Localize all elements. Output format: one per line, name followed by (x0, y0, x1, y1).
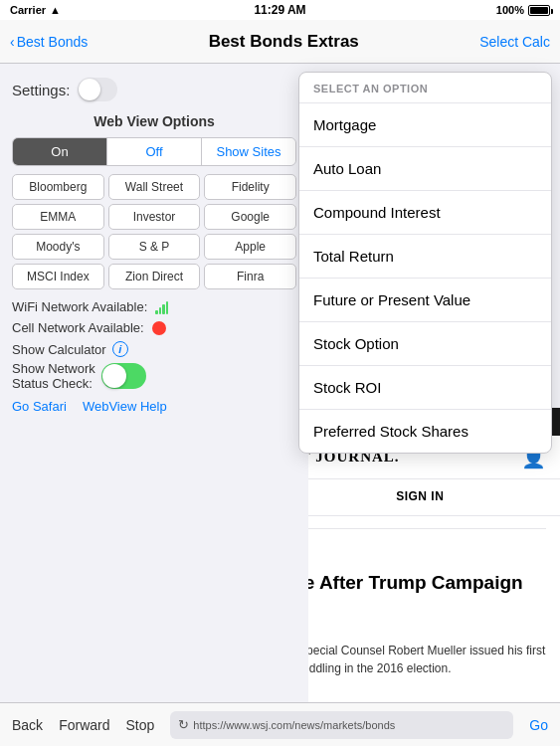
btn-google[interactable]: Google (204, 204, 296, 230)
btn-moodys[interactable]: Moody's (12, 234, 104, 260)
carrier-label: Carrier (10, 4, 46, 16)
cell-status-icon (152, 321, 166, 335)
btn-on[interactable]: On (13, 138, 107, 165)
go-button[interactable]: Go (529, 717, 548, 733)
btn-sp[interactable]: S & P (108, 234, 201, 260)
toggle-knob (79, 79, 100, 100)
btn-off[interactable]: Off (107, 138, 202, 165)
view-mode-group: On Off Show Sites (12, 137, 296, 166)
select-calc-button[interactable]: Select Calc (479, 34, 550, 50)
dropdown-item-future-present[interactable]: Future or Present Value (299, 279, 551, 322)
go-safari-button[interactable]: Go Safari (12, 399, 67, 414)
bottom-bar: Back Forward Stop ↻ https://www.wsj.com/… (0, 702, 560, 746)
btn-emma[interactable]: EMMA (12, 204, 104, 230)
show-network-label: Show NetworkStatus Check: (12, 361, 95, 391)
dropdown-item-stock-roi[interactable]: Stock ROI (299, 366, 551, 410)
webview-help-button[interactable]: WebView Help (83, 399, 167, 414)
status-bar: Carrier ▲ 11:29 AM 100% (0, 0, 560, 20)
reload-icon[interactable]: ↻ (178, 717, 189, 732)
battery-label: 100% (496, 4, 524, 16)
back-nav-button[interactable]: Back (12, 717, 43, 733)
dropdown-item-mortgage[interactable]: Mortgage (299, 103, 551, 147)
status-bar-left: Carrier ▲ (10, 4, 61, 16)
show-calculator-row: Show Calculator i (12, 341, 296, 357)
back-button[interactable]: ‹ Best Bonds (10, 34, 88, 50)
dropdown-item-stock-option[interactable]: Stock Option (299, 322, 551, 366)
left-panel: Settings: Web View Options On Off Show S… (0, 64, 308, 702)
forward-nav-button[interactable]: Forward (59, 717, 109, 733)
dropdown-item-compound-interest[interactable]: Compound Interest (299, 191, 551, 235)
wifi-label: WiFi Network Available: (12, 299, 147, 314)
status-bar-right: 100% (496, 4, 550, 16)
btn-wall-street[interactable]: Wall Street (108, 174, 201, 200)
settings-toggle[interactable] (78, 78, 117, 101)
show-calculator-label: Show Calculator (12, 342, 106, 357)
wifi-row: WiFi Network Available: (12, 299, 296, 314)
dropdown-item-total-return[interactable]: Total Return (299, 235, 551, 279)
settings-row: Settings: (12, 74, 296, 101)
back-label: Best Bonds (17, 34, 89, 50)
btn-fidelity[interactable]: Fidelity (204, 174, 296, 200)
info-icon[interactable]: i (112, 341, 128, 357)
dropdown-item-preferred-stock[interactable]: Preferred Stock Shares (299, 410, 551, 453)
network-toggle-knob (102, 364, 126, 388)
btn-apple[interactable]: Apple (204, 234, 296, 260)
btn-investor[interactable]: Investor (108, 204, 201, 230)
dropdown-item-auto-loan[interactable]: Auto Loan (299, 147, 551, 191)
link-row: Go Safari WebView Help (12, 399, 296, 414)
nav-bar: ‹ Best Bonds Best Bonds Extras Select Ca… (0, 20, 560, 64)
cell-label: Cell Network Available: (12, 320, 144, 335)
btn-msci[interactable]: MSCI Index (12, 264, 104, 289)
wifi-icon: ▲ (50, 4, 61, 16)
dropdown-overlay: SELECT AN OPTION Mortgage Auto Loan Comp… (298, 72, 552, 454)
btn-bloomberg[interactable]: Bloomberg (12, 174, 104, 200)
site-buttons-grid: Bloomberg Wall Street Fidelity EMMA Inve… (12, 174, 296, 289)
web-view-options-title: Web View Options (12, 113, 296, 129)
network-section: WiFi Network Available: Cell Network Ava… (12, 299, 296, 414)
btn-show-sites[interactable]: Show Sites (202, 138, 295, 165)
url-text[interactable]: https://www.wsj.com/news/markets/bonds (193, 719, 505, 731)
btn-finra[interactable]: Finra (204, 264, 296, 289)
btn-zion[interactable]: Zion Direct (108, 264, 201, 289)
time-label: 11:29 AM (254, 3, 305, 17)
network-toggle[interactable] (101, 363, 146, 389)
battery-icon (528, 5, 550, 16)
wifi-signal-icon (155, 300, 168, 314)
nav-title: Best Bonds Extras (209, 32, 359, 52)
sign-in-tab[interactable]: SIGN IN (280, 479, 561, 515)
url-bar: ↻ https://www.wsj.com/news/markets/bonds (170, 711, 513, 739)
stop-button[interactable]: Stop (125, 717, 154, 733)
dropdown-header: SELECT AN OPTION (299, 73, 551, 103)
cell-row: Cell Network Available: (12, 320, 296, 335)
back-chevron-icon: ‹ (10, 34, 15, 50)
settings-label: Settings: (12, 82, 70, 98)
show-network-row: Show NetworkStatus Check: (12, 361, 296, 391)
